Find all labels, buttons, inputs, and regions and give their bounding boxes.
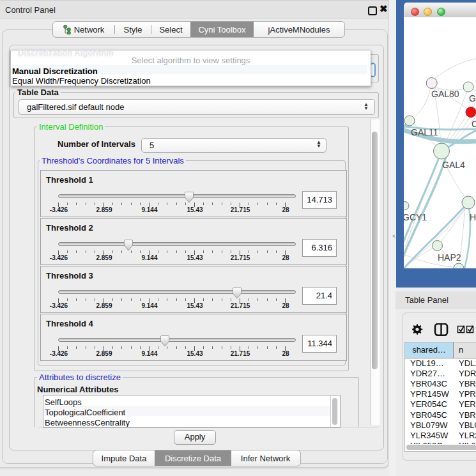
svg-text:GCY1: GCY1 <box>404 212 427 222</box>
svg-text:H: H <box>470 212 476 222</box>
svg-text:C: C <box>472 119 476 129</box>
svg-text:GAL11: GAL11 <box>411 127 438 137</box>
svg-text:GAL80: GAL80 <box>431 89 459 99</box>
svg-text:HAP2: HAP2 <box>438 252 461 263</box>
svg-text:GAL4: GAL4 <box>442 160 465 170</box>
svg-text:G.: G. <box>469 93 476 104</box>
